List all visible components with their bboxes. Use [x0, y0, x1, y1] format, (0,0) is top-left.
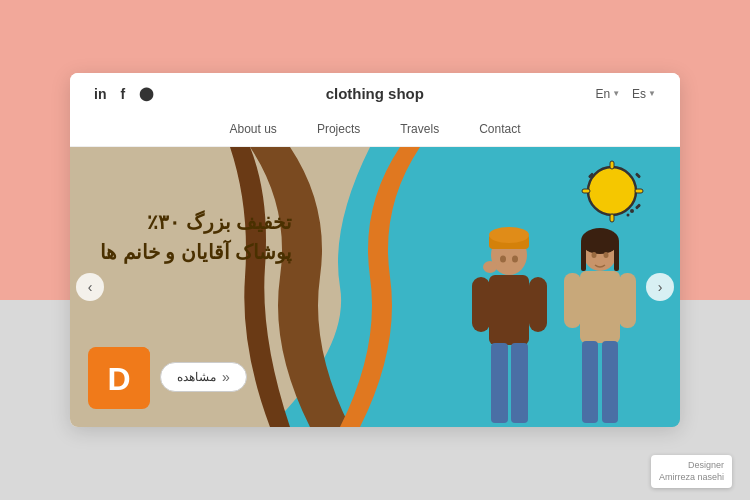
carousel-next-button[interactable]: ›	[646, 273, 674, 301]
svg-point-32	[604, 252, 609, 258]
carousel-prev-button[interactable]: ‹	[76, 273, 104, 301]
model-2	[560, 207, 640, 427]
d-letter-container: D	[88, 347, 150, 409]
svg-rect-14	[489, 275, 529, 345]
svg-rect-25	[614, 241, 619, 271]
prev-arrow-icon: ‹	[88, 279, 93, 295]
svg-rect-3	[582, 189, 590, 193]
social-links: in f ⬤	[94, 86, 154, 102]
lang-es-arrow: ▼	[648, 89, 656, 98]
svg-rect-24	[581, 241, 586, 271]
linkedin-icon[interactable]: in	[94, 86, 106, 102]
banner-title-line1: تخفیف بزرگ ۳۰٪	[100, 207, 292, 237]
svg-rect-7	[635, 203, 641, 209]
svg-point-0	[588, 167, 636, 215]
nav-travels[interactable]: Travels	[400, 122, 439, 136]
watch-button[interactable]: « مشاهده	[160, 362, 247, 392]
svg-rect-4	[635, 189, 643, 193]
svg-rect-16	[529, 277, 547, 332]
lang-es-label: Es	[632, 87, 646, 101]
svg-rect-18	[511, 343, 528, 423]
sun	[580, 159, 645, 228]
svg-rect-26	[580, 271, 620, 343]
watermark-line1: Designer	[659, 459, 724, 472]
watch-label: مشاهده	[177, 370, 216, 384]
model-1	[467, 207, 552, 427]
lang-es[interactable]: Es ▼	[632, 87, 656, 101]
lang-en-arrow: ▼	[612, 89, 620, 98]
svg-point-13	[489, 227, 529, 243]
svg-rect-2	[610, 214, 614, 222]
banner-title-line2: پوشاک آقایان و خانم ها	[100, 237, 292, 267]
nav-projects[interactable]: Projects	[317, 122, 360, 136]
double-arrow-icon: «	[222, 369, 230, 385]
svg-point-8	[630, 209, 634, 213]
facebook-icon[interactable]: f	[120, 86, 125, 102]
watermark-line2: Amirreza nasehi	[659, 471, 724, 484]
svg-point-20	[512, 256, 518, 263]
header: in f ⬤ clothing shop En ▼ Es ▼	[70, 73, 680, 114]
svg-point-23	[581, 228, 619, 254]
lang-en-label: En	[595, 87, 610, 101]
designer-watermark: Designer Amirreza nasehi	[651, 455, 732, 488]
svg-rect-27	[564, 273, 581, 328]
models-area	[467, 207, 640, 427]
svg-rect-1	[610, 161, 614, 169]
svg-text:D: D	[107, 361, 130, 397]
svg-rect-30	[602, 341, 618, 423]
hero-banner: تخفیف بزرگ ۳۰٪ پوشاک آقایان و خانم ها	[70, 147, 680, 427]
svg-point-31	[592, 252, 597, 258]
svg-point-9	[627, 214, 630, 217]
instagram-icon[interactable]: ⬤	[139, 86, 154, 101]
svg-rect-28	[619, 273, 636, 328]
language-selectors: En ▼ Es ▼	[595, 87, 656, 101]
nav-contact[interactable]: Contact	[479, 122, 520, 136]
svg-point-19	[500, 256, 506, 263]
svg-point-21	[483, 261, 497, 273]
site-title: clothing shop	[326, 85, 424, 102]
nav-about[interactable]: About us	[230, 122, 277, 136]
svg-rect-15	[472, 277, 490, 332]
main-window: in f ⬤ clothing shop En ▼ Es ▼ About us …	[70, 73, 680, 427]
lang-en[interactable]: En ▼	[595, 87, 620, 101]
next-arrow-icon: ›	[658, 279, 663, 295]
svg-rect-29	[582, 341, 598, 423]
svg-rect-17	[491, 343, 508, 423]
navigation: About us Projects Travels Contact	[70, 114, 680, 147]
svg-rect-5	[635, 172, 641, 178]
banner-text-block: تخفیف بزرگ ۳۰٪ پوشاک آقایان و خانم ها	[100, 207, 292, 267]
